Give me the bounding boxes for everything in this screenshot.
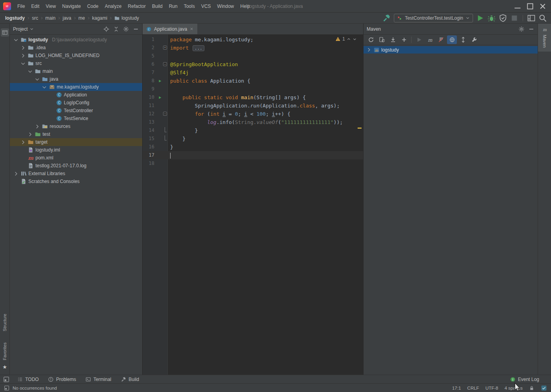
breadcrumb-logstudy-6[interactable]: logstudy bbox=[113, 15, 140, 22]
breadcrumb-me-4[interactable]: me bbox=[77, 15, 86, 22]
warning-stripe-mark[interactable] bbox=[358, 128, 362, 129]
menu-run[interactable]: Run bbox=[166, 2, 181, 11]
tree-item-resources[interactable]: resources bbox=[10, 122, 142, 130]
menu-vcs[interactable]: VCS bbox=[198, 2, 214, 11]
chevron-down-icon[interactable] bbox=[27, 68, 33, 74]
chevron-down-icon[interactable] bbox=[20, 61, 26, 67]
breadcrumb-kagami-5[interactable]: kagami bbox=[91, 15, 109, 22]
debug-button[interactable] bbox=[487, 14, 496, 22]
tree-item-src[interactable]: src bbox=[10, 59, 142, 67]
chevron-right-icon[interactable] bbox=[20, 139, 26, 145]
maven-add-maven-project-button[interactable] bbox=[399, 35, 409, 44]
close-tab-icon[interactable] bbox=[189, 27, 194, 31]
menu-analyze[interactable]: Analyze bbox=[102, 2, 125, 11]
menu-file[interactable]: File bbox=[14, 2, 28, 11]
code-line-11[interactable]: 11 SpringApplication.run(Application.cla… bbox=[143, 102, 363, 110]
tree-item-log-home-is-undefined[interactable]: LOG_HOME_IS_UNDEFINED bbox=[10, 52, 142, 59]
fold-expand-icon[interactable]: + bbox=[163, 46, 167, 50]
code-line-12[interactable]: 12− for (int i = 0; i < 100; i++) { bbox=[143, 110, 363, 118]
code-line-6[interactable]: 6−@SpringBootApplication bbox=[143, 60, 363, 68]
code-line-5[interactable]: 5 bbox=[143, 52, 363, 60]
tree-item-java[interactable]: java bbox=[10, 75, 142, 83]
code-line-13[interactable]: 13 log.info(String.valueOf("111111111111… bbox=[143, 118, 363, 126]
code-line-8[interactable]: 8public class Application { bbox=[143, 77, 363, 85]
tree-item-external-libraries[interactable]: External Libraries bbox=[10, 170, 142, 178]
project-tool-button[interactable] bbox=[1, 28, 9, 37]
next-warning-icon[interactable] bbox=[352, 37, 357, 41]
file-encoding[interactable]: UTF-8 bbox=[485, 386, 498, 390]
code-line-1[interactable]: 1package me.kagami.logstudy; bbox=[143, 35, 363, 44]
code-line-7[interactable]: 7@Slf4j bbox=[143, 68, 363, 77]
maven-reimport-button[interactable] bbox=[366, 35, 376, 44]
menu-navigate[interactable]: Navigate bbox=[59, 2, 84, 11]
status-window-icon[interactable] bbox=[4, 385, 9, 391]
project-panel-title[interactable]: Project bbox=[13, 26, 28, 32]
maven-run-build-button[interactable] bbox=[414, 35, 424, 44]
tree-item-me-kagami-logstudy[interactable]: me.kagami.logstudy bbox=[10, 83, 142, 91]
breadcrumb-java-3[interactable]: java bbox=[61, 15, 72, 22]
chevron-right-icon[interactable] bbox=[366, 47, 372, 53]
search-everywhere-button[interactable] bbox=[538, 14, 547, 22]
maven-expand-all-button[interactable] bbox=[458, 35, 468, 44]
tool-window-switcher-icon[interactable] bbox=[3, 376, 9, 383]
collapse-all-button[interactable] bbox=[113, 26, 119, 32]
chevron-down-icon[interactable] bbox=[30, 27, 34, 31]
breadcrumb-main-2[interactable]: main bbox=[44, 15, 57, 22]
coverage-button[interactable] bbox=[499, 14, 507, 22]
menu-edit[interactable]: Edit bbox=[28, 2, 43, 11]
notifications-icon[interactable] bbox=[541, 385, 547, 391]
chevron-right-icon[interactable] bbox=[20, 53, 26, 59]
run-line-icon[interactable] bbox=[158, 96, 162, 100]
maven-generate-sources-button[interactable] bbox=[377, 35, 387, 44]
inspections-widget[interactable]: 1 bbox=[335, 36, 357, 42]
build-project-button[interactable] bbox=[382, 14, 391, 22]
locate-file-button[interactable] bbox=[103, 26, 109, 32]
maven-tool-button[interactable]: m Maven bbox=[538, 24, 551, 52]
tool-terminal[interactable]: Terminal bbox=[85, 377, 111, 382]
app-logo-icon[interactable]: IJ bbox=[3, 2, 11, 10]
tree-item-idea[interactable]: .idea bbox=[10, 44, 142, 52]
tree-item-test[interactable]: test bbox=[10, 130, 142, 138]
tree-item-logipconfig[interactable]: CLogIpConfig bbox=[10, 99, 142, 107]
tree-item-testservice[interactable]: CTestService bbox=[10, 115, 142, 122]
fold-collapse-icon[interactable]: − bbox=[163, 62, 167, 66]
minimize-button[interactable] bbox=[512, 2, 523, 11]
readonly-lock-icon[interactable] bbox=[529, 385, 534, 391]
close-button[interactable] bbox=[537, 2, 549, 11]
chevron-right-icon[interactable] bbox=[13, 171, 19, 177]
menu-code[interactable]: Code bbox=[84, 2, 102, 11]
menu-window[interactable]: Window bbox=[214, 2, 237, 11]
run-configuration-select[interactable]: TestControllerTest.testLogin bbox=[394, 14, 473, 22]
tree-item-logstudy-iml[interactable]: logstudy.iml bbox=[10, 146, 142, 154]
maven-project-row[interactable]: m logstudy bbox=[364, 46, 538, 54]
fold-collapse-icon[interactable]: − bbox=[163, 112, 167, 116]
menu-view[interactable]: View bbox=[43, 2, 59, 11]
tree-item-testcontroller[interactable]: CTestController bbox=[10, 107, 142, 115]
panel-settings-button[interactable] bbox=[123, 26, 129, 32]
tree-item-scratches-and-consoles[interactable]: Scratches and Consoles bbox=[10, 178, 142, 185]
tree-item-logstudy[interactable]: logstudyD:\javaworkplace\logstudy bbox=[10, 36, 142, 44]
maven-skip-tests-button[interactable] bbox=[436, 35, 446, 44]
maximize-button[interactable] bbox=[524, 2, 536, 11]
maven-download-sources-button[interactable] bbox=[388, 35, 398, 44]
structure-tool-button[interactable]: Structure bbox=[2, 314, 7, 331]
tree-item-target[interactable]: target bbox=[10, 138, 142, 146]
maven-hide-button[interactable] bbox=[528, 26, 534, 32]
maven-settings-button[interactable] bbox=[518, 26, 525, 32]
menu-build[interactable]: Build bbox=[149, 2, 166, 11]
code-line-18[interactable]: 18 bbox=[143, 159, 363, 168]
line-ending[interactable]: CRLF bbox=[467, 386, 479, 390]
caret-position[interactable]: 17:1 bbox=[452, 386, 461, 390]
chevron-down-icon[interactable] bbox=[34, 76, 40, 82]
chevron-right-icon[interactable] bbox=[34, 124, 40, 129]
code-line-17[interactable]: 17 bbox=[143, 151, 363, 159]
maven-settings-button[interactable] bbox=[469, 35, 479, 44]
tab-application-java[interactable]: C Application.java bbox=[143, 24, 197, 34]
tree-item-main[interactable]: main bbox=[10, 67, 142, 75]
code-editor[interactable]: 1package me.kagami.logstudy;2+import ...… bbox=[143, 35, 363, 375]
chevron-right-icon[interactable] bbox=[20, 45, 26, 51]
tree-item-testlog-2021-07-17-0-log[interactable]: testlog.2021-07-17.0.log bbox=[10, 162, 142, 170]
stop-button[interactable] bbox=[510, 14, 519, 22]
tree-item-application[interactable]: CApplication bbox=[10, 91, 142, 99]
code-line-16[interactable]: 16} bbox=[143, 143, 363, 151]
